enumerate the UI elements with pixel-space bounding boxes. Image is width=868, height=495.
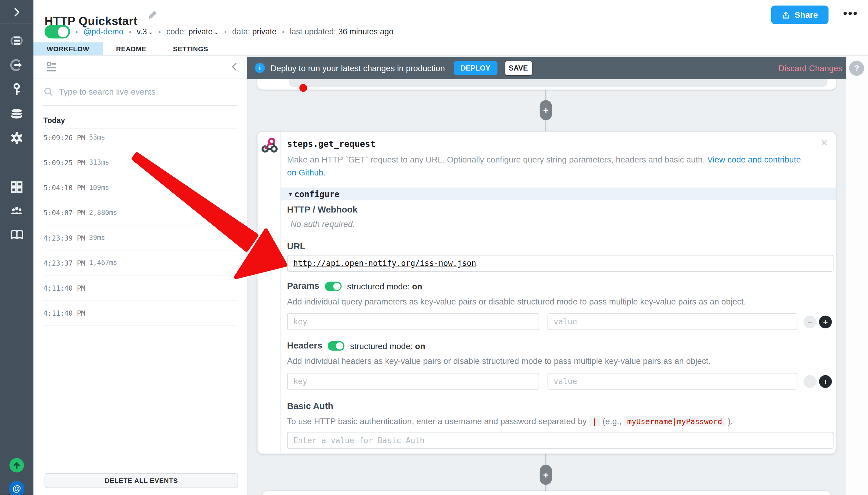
close-icon: ✕ xyxy=(820,138,828,148)
live-events-panel: Today 5:09:26 PM53ms 5:09:25 PM313ms 5:0… xyxy=(33,55,248,495)
more-menu-button[interactable] xyxy=(843,11,857,16)
delete-all-events-button[interactable]: DELETE ALL EVENTS xyxy=(45,473,238,488)
account-menu-button[interactable]: @ xyxy=(0,478,33,495)
code-visibility-dropdown[interactable]: code: private⌄ xyxy=(167,27,219,36)
share-button-label: Share xyxy=(795,10,818,19)
next-step-card-partial[interactable] xyxy=(262,491,831,495)
plus-icon: + xyxy=(543,470,549,479)
headers-add-row-button[interactable]: + xyxy=(819,375,832,388)
separator-dot: • xyxy=(76,28,78,35)
separator-dot: • xyxy=(282,28,284,35)
event-row[interactable]: 5:09:25 PM313ms xyxy=(44,150,238,175)
sidebar-item-sources[interactable] xyxy=(0,54,33,76)
add-step-button[interactable]: + xyxy=(540,465,552,485)
minus-icon: − xyxy=(808,317,812,326)
sidebar-divider xyxy=(0,23,33,24)
headers-title: Headers xyxy=(287,341,323,351)
event-row[interactable]: 4:11:40 PM xyxy=(44,301,238,326)
example-code-chip: myUsername|myPassword xyxy=(624,416,726,426)
params-key-input[interactable] xyxy=(287,313,539,330)
headers-value-input[interactable] xyxy=(548,373,797,390)
add-step-button[interactable]: + xyxy=(540,100,552,120)
share-button[interactable]: Share xyxy=(771,5,829,24)
community-icon xyxy=(9,204,25,218)
sidebar-item-docs[interactable] xyxy=(0,224,33,246)
account-at-icon: @ xyxy=(9,481,25,495)
plus-icon: + xyxy=(823,377,828,386)
headers-key-input[interactable] xyxy=(287,373,539,390)
headers-structured-toggle[interactable] xyxy=(328,341,345,350)
owner-handle-link[interactable]: @pd-demo xyxy=(84,27,124,36)
separator-dot: • xyxy=(225,28,227,35)
filter-events-button[interactable] xyxy=(46,61,58,73)
deploy-button[interactable]: DEPLOY xyxy=(454,61,497,75)
app-sidebar: @ xyxy=(0,0,33,495)
save-button[interactable]: SAVE xyxy=(505,60,532,75)
headers-remove-row-button[interactable]: − xyxy=(803,375,816,388)
separator-dot: • xyxy=(129,28,131,35)
search-icon xyxy=(44,87,53,96)
step-card-gutter xyxy=(258,132,281,454)
tab-workflow[interactable]: WORKFLOW xyxy=(33,42,103,55)
expand-icon xyxy=(11,6,23,18)
headers-mode-row: Headers structured mode: on xyxy=(287,341,425,351)
workflows-icon xyxy=(9,33,24,48)
params-description: Add individual query parameters as key-v… xyxy=(287,297,746,306)
whats-new-button[interactable] xyxy=(0,454,33,476)
step-card-get-request: steps.get_request ✕ Make an HTTP `GET` r… xyxy=(257,132,836,454)
workflow-canvas: i Deploy to run your latest changes in p… xyxy=(247,55,868,495)
sidebar-item-sql[interactable] xyxy=(0,102,33,125)
upload-icon xyxy=(782,10,790,19)
workflow-enabled-toggle[interactable] xyxy=(45,25,70,38)
sidebar-item-workflows[interactable] xyxy=(0,30,33,52)
collapse-panel-button[interactable] xyxy=(230,63,238,71)
plus-icon: + xyxy=(823,317,828,326)
webhook-icon xyxy=(260,137,278,155)
close-step-button[interactable]: ✕ xyxy=(820,137,828,148)
discard-changes-link[interactable]: Discard Changes xyxy=(779,63,843,73)
workflow-header: HTTP Quickstart Share • @pd-demo • v.3⌄ … xyxy=(33,0,868,42)
params-structured-toggle[interactable] xyxy=(325,281,342,291)
sidebar-item-settings[interactable] xyxy=(0,127,33,149)
configure-section-toggle[interactable]: ▼ configure xyxy=(280,188,836,200)
minus-icon: − xyxy=(808,377,812,386)
basic-auth-description: To use HTTP basic authentication, enter … xyxy=(287,416,733,426)
auth-section-title: HTTP / Webhook xyxy=(287,205,358,215)
tab-readme[interactable]: README xyxy=(103,42,160,55)
last-updated: last updated: 36 minutes ago xyxy=(290,27,394,36)
chevron-down-icon: ⌄ xyxy=(214,28,219,36)
help-button[interactable]: ? xyxy=(849,61,864,76)
triangle-down-icon: ▼ xyxy=(288,191,293,197)
event-row[interactable]: 4:11:40 PM xyxy=(44,275,238,301)
expand-sidebar-button[interactable] xyxy=(0,1,33,23)
info-icon: i xyxy=(255,63,265,73)
version-dropdown[interactable]: v.3⌄ xyxy=(137,27,153,36)
data-visibility: data: private xyxy=(232,27,276,36)
view-code-link[interactable]: View code and contribute xyxy=(707,155,801,164)
params-remove-row-button[interactable]: − xyxy=(803,315,816,328)
tab-settings[interactable]: SETTINGS xyxy=(160,42,222,55)
url-input[interactable] xyxy=(287,255,834,272)
params-value-input[interactable] xyxy=(548,313,797,330)
params-add-row-button[interactable]: + xyxy=(819,315,832,328)
basic-auth-input[interactable] xyxy=(287,432,834,448)
event-row[interactable]: 5:09:26 PM53ms xyxy=(44,125,238,150)
event-row[interactable]: 4:23:37 PM1,467ms xyxy=(44,251,238,275)
sidebar-item-apps[interactable] xyxy=(0,176,33,198)
pipe-code-chip: | xyxy=(589,416,600,426)
event-list: 5:09:26 PM53ms 5:09:25 PM313ms 5:04:10 P… xyxy=(44,125,238,326)
basic-auth-title: Basic Auth xyxy=(287,401,333,411)
headers-description: Add individual headers as key-value pair… xyxy=(287,356,711,366)
sidebar-item-community[interactable] xyxy=(0,200,33,222)
sidebar-item-accounts[interactable] xyxy=(0,79,33,101)
event-row[interactable]: 4:23:39 PM39ms xyxy=(44,225,238,251)
event-row[interactable]: 5:04:07 PM2,880ms xyxy=(44,201,238,225)
workflow-tabbar: WORKFLOW README SETTINGS xyxy=(33,42,868,55)
url-label: URL xyxy=(287,241,306,252)
separator-dot: • xyxy=(158,28,161,35)
view-code-link-2[interactable]: on Github. xyxy=(287,168,326,177)
rename-button[interactable] xyxy=(147,9,158,20)
event-row[interactable]: 5:04:10 PM109ms xyxy=(44,175,238,201)
search-input[interactable] xyxy=(58,86,238,97)
gear-icon xyxy=(9,131,24,145)
